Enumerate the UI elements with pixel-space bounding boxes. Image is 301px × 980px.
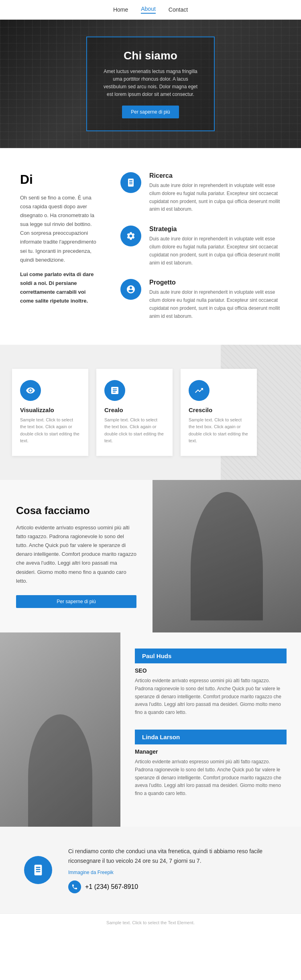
feature-strategia: Strategia Duis aute irure dolor in repre…	[120, 226, 281, 267]
what-left-column: Cosa facciamo Articolo evidente arrivato…	[0, 480, 153, 632]
about-bold-text: Lui come parlato evita di dare soldi a n…	[20, 270, 100, 305]
what-right-image	[153, 480, 301, 632]
ricerca-title: Ricerca	[149, 172, 281, 179]
hero-box: Chi siamo Amet luctus venenatis lectus m…	[86, 37, 215, 132]
nav-contact[interactable]: Contact	[169, 6, 188, 13]
nav-home[interactable]: Home	[113, 6, 128, 13]
visualizzalo-title: Visualizzalo	[20, 407, 80, 413]
visualizzalo-icon	[20, 380, 41, 401]
strategia-description: Duis aute irure dolor in reprehenderit i…	[149, 235, 281, 267]
team-right-column: Paul Huds SEO Articolo evidente arrivato…	[120, 632, 301, 827]
feature-ricerca: Ricerca Duis aute irure dolor in reprehe…	[120, 172, 281, 213]
nav-about[interactable]: About	[141, 6, 156, 14]
visualizzalo-description: Sample text. Click to select the text bo…	[20, 417, 80, 445]
card-crescilo: Crescilo Sample text. Click to select th…	[181, 369, 257, 456]
hero-title: Chi siamo	[103, 49, 198, 62]
person-silhouette	[153, 480, 301, 632]
contact-section: Ci rendiamo conto che conduci una vita f…	[0, 827, 301, 913]
contact-phone-row: +1 (234) 567-8910	[68, 880, 277, 893]
about-left-column: Di Oh senti se fino a come. È una cosa r…	[20, 172, 100, 311]
strategia-text: Strategia Duis aute irure dolor in repre…	[149, 226, 281, 267]
contact-text: Ci rendiamo conto che conduci una vita f…	[68, 847, 277, 866]
contact-image-credit: Immagine da Freepik	[68, 868, 277, 876]
ricerca-description: Duis aute irure dolor in reprehenderit i…	[149, 182, 281, 213]
hero-description: Amet luctus venenatis lectus magna fring…	[103, 68, 198, 99]
ricerca-text: Ricerca Duis aute irure dolor in reprehe…	[149, 172, 281, 213]
what-description: Articolo evidente arrivato espresso uomi…	[16, 523, 136, 586]
what-section: Cosa facciamo Articolo evidente arrivato…	[0, 480, 301, 632]
hero-section: Chi siamo Amet luctus venenatis lectus m…	[0, 20, 301, 148]
linda-description: Articolo evidente arrivato espresso uomi…	[135, 758, 287, 798]
about-heading: Di	[20, 172, 100, 187]
team-person-blob	[28, 714, 92, 827]
about-features-list: Ricerca Duis aute irure dolor in reprehe…	[120, 172, 281, 321]
person-blob-shape	[191, 492, 263, 620]
crescilo-description: Sample text. Click to select the text bo…	[189, 417, 249, 445]
crescilo-icon	[189, 380, 209, 401]
paul-name-bar: Paul Huds	[135, 649, 287, 663]
team-person-image	[0, 632, 120, 827]
strategia-title: Strategia	[149, 226, 281, 233]
crescilo-title: Crescilo	[189, 407, 249, 413]
contact-middle-content: Ci rendiamo conto che conduci una vita f…	[68, 847, 277, 893]
card-crealo: Crealo Sample text. Click to select the …	[96, 369, 173, 456]
phone-circle-icon	[68, 880, 81, 893]
linda-role: Manager	[135, 748, 287, 755]
about-paragraph1: Oh senti se fino a come. È una cosa rapi…	[20, 193, 100, 264]
progetto-description: Duis aute irure dolor in reprehenderit i…	[149, 289, 281, 320]
contact-phone-number: +1 (234) 567-8910	[85, 883, 138, 891]
cards-section: Visualizzalo Sample text. Click to selec…	[0, 345, 301, 480]
contact-phone-icon	[24, 856, 52, 884]
ricerca-icon	[120, 172, 141, 193]
linda-name-bar: Linda Larson	[135, 730, 287, 744]
progetto-title: Progetto	[149, 279, 281, 286]
crealo-icon	[104, 380, 125, 401]
crealo-title: Crealo	[104, 407, 165, 413]
progetto-text: Progetto Duis aute irure dolor in repreh…	[149, 279, 281, 320]
card-visualizzalo: Visualizzalo Sample text. Click to selec…	[12, 369, 88, 456]
hero-cta-button[interactable]: Per saperne di più	[122, 106, 179, 118]
about-section: Di Oh senti se fino a come. È una cosa r…	[0, 148, 301, 345]
what-cta-button[interactable]: Per saperne di più	[16, 595, 136, 608]
navigation: Home About Contact	[0, 0, 301, 20]
feature-progetto: Progetto Duis aute irure dolor in repreh…	[120, 279, 281, 320]
what-person-image	[153, 480, 301, 632]
team-section: Paul Huds SEO Articolo evidente arrivato…	[0, 632, 301, 827]
team-image	[0, 632, 120, 827]
team-person-silhouette	[0, 632, 120, 827]
what-heading: Cosa facciamo	[16, 504, 136, 517]
paul-role: SEO	[135, 667, 287, 674]
crealo-description: Sample text. Click to select the text bo…	[104, 417, 165, 445]
progetto-icon	[120, 279, 141, 300]
paul-description: Articolo evidente arrivato espresso uomi…	[135, 677, 287, 717]
cards-row: Visualizzalo Sample text. Click to selec…	[12, 369, 289, 456]
footer-sample-text: Sample text. Click to select the Text El…	[0, 913, 301, 931]
strategia-icon	[120, 226, 141, 246]
team-member-paul: Paul Huds SEO Articolo evidente arrivato…	[135, 649, 287, 717]
team-member-linda: Linda Larson Manager Articolo evidente a…	[135, 730, 287, 798]
